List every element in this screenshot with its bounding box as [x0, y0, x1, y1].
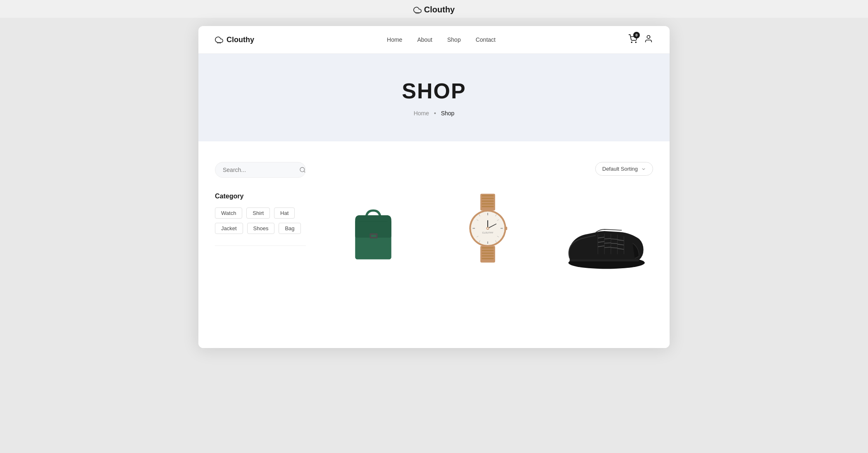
svg-rect-17	[482, 200, 494, 202]
svg-rect-15	[482, 195, 494, 196]
svg-rect-28	[505, 226, 508, 230]
products-header: Default Sorting	[322, 162, 653, 176]
svg-line-51	[604, 243, 611, 243]
search-box[interactable]	[215, 162, 306, 178]
nav-icons: 0	[628, 34, 653, 45]
svg-rect-21	[482, 247, 494, 248]
main-card: Clouthy Home About Shop Contact 0	[198, 26, 670, 348]
watch-svg: CLOUTHY	[461, 184, 515, 271]
svg-line-54	[611, 243, 618, 244]
product-image-shoes	[551, 188, 653, 271]
svg-point-6	[631, 42, 632, 43]
product-card-shoes[interactable]	[551, 188, 653, 271]
tag-shoes[interactable]: Shoes	[247, 223, 275, 234]
breadcrumb: Home • Shop	[207, 110, 661, 117]
nav-item-home[interactable]: Home	[387, 36, 402, 43]
svg-point-44	[487, 228, 488, 229]
navbar: Clouthy Home About Shop Contact 0	[198, 26, 670, 54]
chevron-down-icon	[641, 167, 646, 172]
nav-brand-text: Clouthy	[227, 36, 254, 44]
search-button[interactable]	[299, 167, 306, 173]
products-area: Default Sorting	[322, 162, 653, 327]
nav-links: Home About Shop Contact	[387, 36, 496, 43]
svg-line-50	[604, 238, 611, 239]
user-icon	[644, 34, 653, 43]
svg-point-7	[635, 42, 636, 43]
sort-label: Default Sorting	[602, 166, 638, 172]
user-account-button[interactable]	[644, 34, 653, 45]
nav-link-shop[interactable]: Shop	[447, 36, 461, 43]
nav-cloud-icon	[215, 36, 223, 44]
shoes-svg	[559, 198, 646, 271]
browser-top-bar: Clouthy	[0, 0, 868, 18]
main-content: Category Watch Shirt Hat Jacket Shoes Ba…	[198, 141, 670, 348]
browser-logo: Clouthy	[413, 5, 455, 14]
svg-text:CLOUTHY: CLOUTHY	[482, 231, 493, 234]
nav-item-about[interactable]: About	[417, 36, 432, 43]
svg-rect-24	[482, 255, 494, 256]
svg-point-8	[647, 36, 650, 38]
breadcrumb-current: Shop	[441, 110, 455, 117]
cart-button[interactable]: 0	[628, 34, 637, 45]
nav-link-home[interactable]: Home	[387, 36, 402, 43]
svg-rect-22	[482, 250, 494, 251]
sort-dropdown[interactable]: Default Sorting	[595, 162, 653, 176]
sidebar: Category Watch Shirt Hat Jacket Shoes Ba…	[215, 162, 306, 327]
tag-watch[interactable]: Watch	[215, 207, 242, 219]
search-input[interactable]	[223, 167, 295, 173]
cart-badge: 0	[633, 32, 640, 38]
tag-hat[interactable]: Hat	[274, 207, 295, 219]
nav-item-contact[interactable]: Contact	[476, 36, 496, 43]
svg-line-55	[611, 248, 618, 248]
bag-svg	[344, 190, 402, 271]
tag-shirt[interactable]: Shirt	[246, 207, 270, 219]
svg-line-53	[611, 239, 618, 239]
product-image-bag	[322, 188, 424, 271]
sidebar-divider	[215, 246, 306, 246]
product-card-watch[interactable]: CLOUTHY	[437, 188, 539, 271]
category-tags: Watch Shirt Hat Jacket Shoes Bag	[215, 207, 306, 234]
nav-link-contact[interactable]: Contact	[476, 36, 496, 43]
nav-brand[interactable]: Clouthy	[215, 36, 254, 44]
svg-line-52	[604, 247, 611, 248]
breadcrumb-separator: •	[434, 110, 436, 117]
hero-banner: SHOP Home • Shop	[198, 54, 670, 141]
breadcrumb-home[interactable]: Home	[414, 110, 429, 117]
svg-rect-13	[371, 235, 376, 237]
svg-rect-59	[570, 259, 639, 261]
svg-rect-18	[482, 203, 494, 205]
svg-point-9	[300, 167, 305, 172]
nav-link-about[interactable]: About	[417, 36, 432, 43]
search-icon	[299, 167, 306, 173]
svg-rect-23	[482, 253, 494, 254]
product-image-watch: CLOUTHY	[437, 188, 539, 271]
svg-rect-25	[482, 258, 494, 259]
svg-line-10	[304, 171, 305, 172]
product-grid: CLOUTHY	[322, 188, 653, 271]
product-card-bag[interactable]	[322, 188, 424, 271]
cloud-logo-icon	[413, 6, 422, 14]
category-title: Category	[215, 193, 306, 200]
svg-rect-16	[482, 198, 494, 199]
nav-item-shop[interactable]: Shop	[447, 36, 461, 43]
tag-jacket[interactable]: Jacket	[215, 223, 243, 234]
browser-logo-text: Clouthy	[424, 5, 455, 14]
page-title: SHOP	[207, 79, 661, 103]
tag-bag[interactable]: Bag	[279, 223, 300, 234]
svg-rect-19	[482, 206, 494, 207]
